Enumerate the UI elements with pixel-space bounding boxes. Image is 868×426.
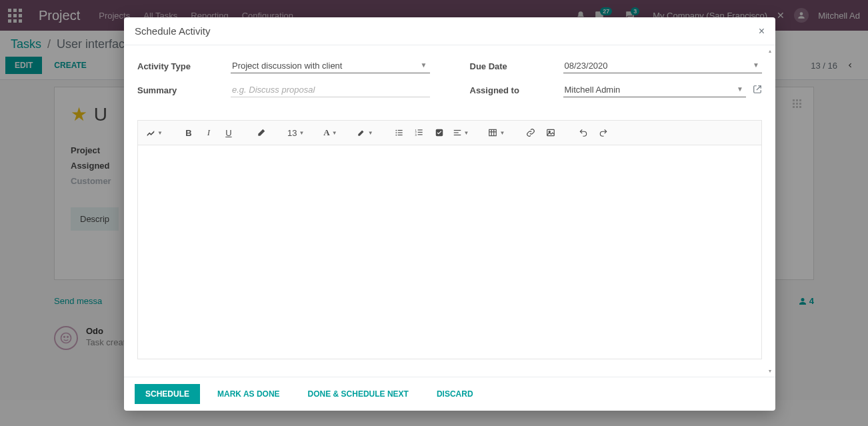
- rte-undo-icon[interactable]: [574, 125, 593, 141]
- rte-align-icon[interactable]: ▼: [450, 125, 472, 141]
- rich-text-editor: ▼ B I U 13▼ A▼ ▼: [137, 120, 762, 359]
- rte-style-icon[interactable]: ▼: [143, 125, 165, 141]
- svg-rect-11: [417, 129, 422, 130]
- rte-image-icon[interactable]: [541, 125, 560, 141]
- rte-link-icon[interactable]: [521, 125, 540, 141]
- rte-ol-icon[interactable]: 123: [410, 125, 429, 141]
- svg-rect-19: [453, 135, 461, 135]
- label-summary: Summary: [137, 85, 231, 95]
- rte-italic-icon[interactable]: I: [199, 125, 218, 141]
- rte-underline-icon[interactable]: U: [219, 125, 238, 141]
- rte-fontsize-select[interactable]: 13▼: [285, 125, 307, 141]
- due-date-input[interactable]: [563, 59, 763, 73]
- modal-body: Activity Type ▼ Summary Due Date ▼: [124, 45, 775, 377]
- svg-point-4: [395, 130, 397, 131]
- label-assigned-to: Assigned to: [470, 85, 563, 95]
- svg-rect-18: [453, 132, 458, 133]
- rte-redo-icon[interactable]: [594, 125, 613, 141]
- rte-highlight-icon[interactable]: ▼: [354, 125, 376, 141]
- svg-rect-5: [397, 130, 402, 131]
- svg-point-6: [395, 132, 397, 133]
- rte-eraser-icon[interactable]: [252, 125, 271, 141]
- modal-header: Schedule Activity ×: [124, 17, 775, 45]
- svg-rect-13: [417, 132, 422, 133]
- activity-type-select[interactable]: [231, 59, 430, 73]
- schedule-activity-modal: Schedule Activity × ▴ ▾ Activity Type ▼ …: [124, 17, 775, 411]
- summary-input[interactable]: [231, 83, 430, 97]
- rte-toolbar: ▼ B I U 13▼ A▼ ▼: [138, 121, 761, 145]
- modal-footer: SCHEDULE MARK AS DONE DONE & SCHEDULE NE…: [124, 377, 775, 411]
- rte-checklist-icon[interactable]: [430, 125, 449, 141]
- rte-font-icon[interactable]: A▼: [321, 125, 339, 141]
- rte-content[interactable]: [138, 145, 761, 359]
- external-link-icon[interactable]: [753, 85, 762, 96]
- label-activity-type: Activity Type: [137, 61, 231, 71]
- mark-done-button[interactable]: MARK AS DONE: [207, 384, 291, 404]
- rte-table-icon[interactable]: ▼: [485, 125, 507, 141]
- close-icon[interactable]: ×: [759, 26, 765, 37]
- rte-ul-icon[interactable]: [390, 125, 409, 141]
- svg-rect-15: [417, 134, 422, 135]
- rte-bold-icon[interactable]: B: [179, 125, 198, 141]
- svg-rect-20: [489, 129, 497, 135]
- svg-rect-7: [397, 132, 402, 133]
- label-due-date: Due Date: [470, 61, 563, 71]
- svg-rect-9: [397, 135, 402, 135]
- svg-point-8: [395, 135, 397, 136]
- svg-text:3: 3: [415, 133, 417, 137]
- svg-rect-17: [453, 130, 461, 131]
- schedule-button[interactable]: SCHEDULE: [135, 384, 200, 404]
- discard-button[interactable]: DISCARD: [426, 384, 484, 404]
- assigned-to-select[interactable]: [563, 83, 747, 97]
- modal-title: Schedule Activity: [135, 25, 210, 37]
- done-schedule-next-button[interactable]: DONE & SCHEDULE NEXT: [297, 384, 419, 404]
